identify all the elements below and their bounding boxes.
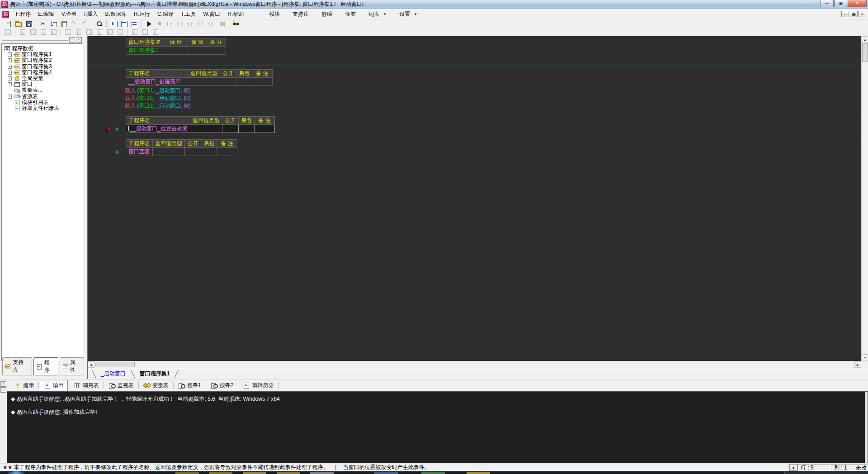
al-12-button[interactable]	[129, 28, 140, 36]
table-cell[interactable]: 窗口互吸	[126, 148, 153, 156]
menu-item-7[interactable]: T.工具	[177, 9, 199, 19]
al-3-button[interactable]	[28, 28, 38, 36]
code-line-2[interactable]: 载入 (窗口3, _启动窗口, 假)	[125, 102, 191, 110]
al-1-button[interactable]	[3, 28, 13, 36]
code-line-0[interactable]: 载入 (窗口1, _启动窗口, 假)	[125, 87, 191, 95]
panel-tab-6[interactable]: 搜寻2	[207, 380, 237, 391]
menu-tool-2[interactable]: 静编	[315, 9, 339, 19]
al-4-button[interactable]	[38, 28, 48, 36]
editor-canvas[interactable]: + + 窗口程序集名保 留保 留备 注窗口程序集1子程序名返回值类型公开易包备 …	[88, 36, 861, 361]
table-cell[interactable]: 窗口程序集1	[126, 47, 164, 55]
panel-grip[interactable]: ▫ ×	[0, 36, 84, 43]
table-cell[interactable]	[236, 78, 252, 86]
table-cell[interactable]	[220, 78, 236, 86]
new-button[interactable]	[3, 19, 13, 28]
table-cell[interactable]	[190, 125, 222, 133]
expand-icon[interactable]: +	[8, 76, 12, 81]
dbg-3-button[interactable]	[185, 19, 196, 28]
editor-hscrollbar[interactable]: ◀ ▶	[88, 361, 861, 368]
menu-tool-4[interactable]: 词库▼	[362, 9, 393, 19]
table-cell[interactable]: __启动窗口_位置被改变	[126, 125, 190, 133]
output-close-button[interactable]: ×	[0, 381, 6, 387]
tree-item-6[interactable]: 常量表...	[4, 87, 82, 93]
table-cell[interactable]	[217, 148, 237, 156]
hand-button[interactable]	[217, 19, 227, 28]
add-row-icon[interactable]: +	[114, 149, 120, 155]
redo-button[interactable]	[69, 19, 80, 28]
menu-item-2[interactable]: V.查看	[58, 9, 80, 19]
menu-tool-3[interactable]: 便签	[339, 9, 362, 19]
panel-tab-3[interactable]: 监视表	[105, 380, 137, 391]
expand-icon[interactable]: +	[8, 52, 12, 57]
table-cell[interactable]	[239, 125, 255, 133]
al-8-button[interactable]	[84, 28, 94, 36]
mdi-minimize-button[interactable]: —	[841, 11, 849, 17]
expand-icon[interactable]: +	[8, 95, 12, 99]
add-row-icon[interactable]: +	[114, 126, 120, 132]
run-button[interactable]	[144, 19, 154, 28]
minimize-button[interactable]: —	[821, 0, 834, 7]
menu-item-5[interactable]: R.运行	[130, 9, 154, 19]
view-form-button[interactable]	[119, 19, 129, 28]
expand-icon[interactable]: +	[8, 82, 12, 86]
dbg-5-button[interactable]	[206, 19, 217, 28]
dbg-4-button[interactable]	[196, 19, 206, 28]
taskbar-item[interactable]	[209, 472, 232, 474]
al-10-button[interactable]	[104, 28, 115, 36]
table-cell[interactable]	[207, 47, 226, 55]
cut-button[interactable]	[38, 19, 48, 28]
scroll-right-icon[interactable]: ▶	[854, 361, 861, 368]
panel-tab-0[interactable]: 提示	[10, 380, 38, 391]
save-button[interactable]	[24, 19, 34, 28]
tree-item-4[interactable]: +全局变量	[4, 76, 82, 81]
panel-float-button[interactable]: ▫	[69, 37, 75, 43]
al-2-button[interactable]	[17, 28, 28, 36]
panel-tab-1[interactable]: 输出	[40, 380, 68, 391]
menu-item-6[interactable]: C.编译	[154, 9, 177, 19]
mdi-close-button[interactable]: ×	[859, 11, 866, 17]
menu-item-3[interactable]: I.插入	[80, 9, 102, 19]
taskbar-item[interactable]	[243, 472, 266, 474]
output-scrollbar[interactable]	[865, 392, 868, 463]
paste-button[interactable]	[59, 19, 69, 28]
al-5-button[interactable]	[48, 28, 59, 36]
close-button[interactable]: ×	[848, 0, 867, 7]
menu-item-4[interactable]: B.数据库	[102, 9, 130, 19]
start-orb-icon[interactable]	[8, 471, 24, 474]
scroll-down-icon[interactable]: ▼	[862, 354, 868, 360]
output-console[interactable]: ◆ 易语言助手提醒您: .易语言助手加载完毕！ ，智能编译开启成功！ 当前易版本…	[7, 391, 868, 463]
dbg-1-button[interactable]	[165, 19, 175, 28]
taskbar-item[interactable]	[467, 472, 490, 474]
panel-tab-2[interactable]: 调用表	[70, 380, 103, 391]
expand-icon[interactable]: +	[8, 71, 12, 75]
menu-item-1[interactable]: E.编辑	[34, 9, 57, 19]
al-13-button[interactable]	[140, 28, 150, 36]
find-button[interactable]	[94, 19, 104, 28]
sidebar-tab-1[interactable]: 程序	[33, 357, 58, 375]
scrollbar-thumb[interactable]	[862, 43, 868, 62]
view-split-button[interactable]	[129, 19, 140, 28]
menu-tool-5[interactable]: 设置▼	[393, 9, 424, 19]
taskbar-item[interactable]	[175, 472, 199, 474]
al-11-button[interactable]	[115, 28, 125, 36]
open-button[interactable]	[13, 19, 24, 28]
table-cell[interactable]	[153, 148, 185, 156]
sidebar-tab-2[interactable]: 属性	[60, 357, 84, 375]
panel-tab-4[interactable]: 变量表	[140, 380, 172, 391]
table-cell[interactable]	[188, 47, 207, 55]
undo-button[interactable]	[80, 19, 90, 28]
al-9-button[interactable]	[94, 28, 104, 36]
taskbar-item[interactable]	[374, 472, 398, 474]
copy-button[interactable]	[48, 19, 59, 28]
code-line-1[interactable]: 载入 (窗口2, _启动窗口, 假)	[125, 95, 191, 102]
menu-tool-0[interactable]: 模块	[263, 9, 286, 19]
editor-vscrollbar[interactable]: ▲ ▼	[861, 36, 868, 361]
al-7-button[interactable]	[73, 28, 84, 36]
menu-tool-1[interactable]: 支持库	[286, 9, 315, 19]
table-cell[interactable]	[188, 78, 220, 86]
sidebar-tab-0[interactable]: 支持库	[2, 357, 32, 375]
view-code-button[interactable]	[108, 19, 119, 28]
table-cell[interactable]	[185, 148, 201, 156]
al-6-button[interactable]	[63, 28, 73, 36]
expand-icon[interactable]: +	[8, 65, 12, 69]
